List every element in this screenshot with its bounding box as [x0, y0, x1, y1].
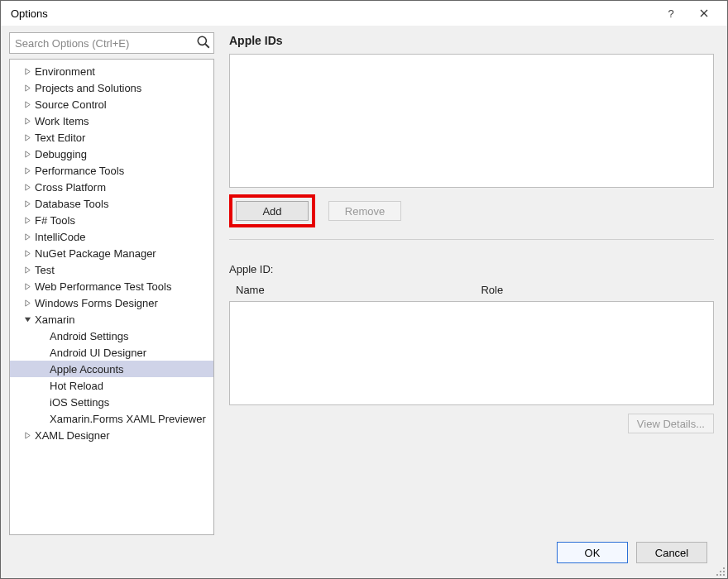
tree-item[interactable]: Projects and Solutions [10, 79, 213, 96]
tree-item-label: Work Items [35, 115, 89, 127]
svg-marker-15 [25, 250, 29, 256]
svg-point-2 [198, 36, 206, 45]
close-button[interactable] [687, 1, 721, 26]
chevron-right-icon [24, 217, 31, 224]
svg-marker-16 [25, 266, 29, 272]
tree-item[interactable]: IntelliCode [10, 228, 213, 245]
tree-subitem[interactable]: iOS Settings [10, 394, 213, 410]
heading-apple-ids: Apple IDs [229, 34, 714, 47]
expand-icon[interactable] [22, 116, 32, 126]
tree-item[interactable]: Text Editor [10, 129, 213, 146]
tree-subitem[interactable]: Android Settings [10, 328, 213, 344]
chevron-right-icon [24, 101, 31, 108]
tree-item[interactable]: Debugging [10, 146, 213, 162]
cancel-button[interactable]: Cancel [636, 542, 707, 563]
svg-marker-11 [25, 184, 29, 189]
tree-item-label: Source Control [35, 98, 107, 111]
tree-item-label: Apple Accounts [50, 363, 124, 376]
add-button[interactable]: Add [236, 201, 309, 221]
tree-subitem[interactable]: Android UI Designer [10, 344, 213, 361]
svg-marker-13 [25, 217, 29, 223]
search-icon [196, 35, 211, 50]
tree-item[interactable]: Cross Platform [10, 179, 213, 195]
tree-item[interactable]: Web Performance Test Tools [10, 278, 213, 294]
tree-item-label: Environment [35, 65, 95, 78]
expand-icon[interactable] [22, 314, 32, 324]
svg-marker-4 [25, 68, 29, 74]
expand-icon[interactable] [22, 165, 32, 175]
titlebar: Options ? [1, 1, 727, 26]
svg-marker-5 [25, 84, 29, 90]
expand-icon[interactable] [22, 430, 32, 440]
ok-button[interactable]: OK [557, 542, 628, 563]
chevron-right-icon [24, 151, 31, 158]
tree-item-label: Text Editor [35, 132, 85, 144]
dialog-footer: OK Cancel [9, 535, 719, 570]
help-button[interactable]: ? [654, 1, 687, 26]
chevron-right-icon [24, 184, 31, 191]
svg-marker-20 [25, 432, 29, 438]
chevron-right-icon [24, 84, 31, 92]
svg-marker-10 [25, 167, 29, 173]
expand-icon[interactable] [22, 199, 32, 208]
tree-item-label: Debugging [35, 148, 87, 160]
tree-item-label: Android UI Designer [50, 347, 146, 359]
col-name: Name [236, 284, 481, 296]
chevron-right-icon [24, 283, 31, 290]
tree-item-label: Android Settings [50, 330, 128, 342]
search-input[interactable] [9, 32, 214, 54]
tree-item[interactable]: Xamarin [10, 311, 213, 328]
tree-subitem[interactable]: Hot Reload [10, 377, 213, 394]
tree-subitem[interactable]: Apple Accounts [10, 361, 213, 377]
expand-icon[interactable] [22, 132, 32, 142]
svg-marker-18 [25, 299, 29, 305]
apple-ids-list[interactable] [229, 54, 714, 188]
expand-icon[interactable] [22, 215, 32, 225]
expand-icon[interactable] [22, 182, 32, 192]
team-list[interactable] [229, 301, 714, 405]
tree-item[interactable]: NuGet Package Manager [10, 245, 213, 261]
svg-point-23 [723, 571, 725, 572]
tree-item[interactable]: Test [10, 261, 213, 278]
expand-icon[interactable] [22, 281, 32, 291]
separator [229, 239, 714, 240]
close-icon [700, 9, 708, 17]
chevron-right-icon [24, 432, 31, 439]
left-panel: EnvironmentProjects and SolutionsSource … [9, 32, 214, 535]
tree-item[interactable]: Windows Forms Designer [10, 294, 213, 311]
options-dialog: Options ? EnvironmentProjects and Soluti… [0, 0, 728, 579]
chevron-right-icon [24, 250, 31, 257]
chevron-down-icon [24, 316, 31, 323]
tree-item-label: Hot Reload [50, 380, 103, 392]
expand-icon[interactable] [22, 298, 32, 308]
svg-marker-17 [25, 283, 29, 289]
expand-icon[interactable] [22, 149, 32, 159]
tree-item[interactable]: Work Items [10, 112, 213, 129]
columns: EnvironmentProjects and SolutionsSource … [9, 32, 719, 535]
details-row: View Details... [229, 414, 714, 433]
tree-item-label: Cross Platform [35, 181, 106, 194]
expand-icon[interactable] [22, 99, 32, 109]
expand-icon[interactable] [22, 265, 32, 275]
tree-item[interactable]: XAML Designer [10, 427, 213, 443]
svg-marker-14 [25, 233, 29, 239]
tree-item[interactable]: Database Tools [10, 195, 213, 212]
expand-icon[interactable] [22, 248, 32, 258]
apple-ids-buttons: Add Remove [229, 194, 714, 227]
expand-icon[interactable] [22, 66, 32, 76]
tree-subitem[interactable]: Xamarin.Forms XAML Previewer [10, 410, 213, 427]
svg-point-22 [720, 571, 721, 572]
tree-item[interactable]: Performance Tools [10, 162, 213, 179]
tree-item[interactable]: F# Tools [10, 212, 213, 228]
window-title: Options [7, 7, 654, 20]
resize-grip-icon[interactable] [716, 567, 726, 577]
tree-item[interactable]: Environment [10, 63, 213, 79]
expand-icon[interactable] [22, 232, 32, 242]
dialog-body: EnvironmentProjects and SolutionsSource … [1, 26, 727, 578]
chevron-right-icon [24, 134, 31, 141]
expand-icon[interactable] [22, 83, 32, 93]
col-role: Role [481, 284, 707, 296]
chevron-right-icon [24, 200, 31, 208]
options-tree[interactable]: EnvironmentProjects and SolutionsSource … [9, 59, 214, 535]
tree-item[interactable]: Source Control [10, 96, 213, 112]
